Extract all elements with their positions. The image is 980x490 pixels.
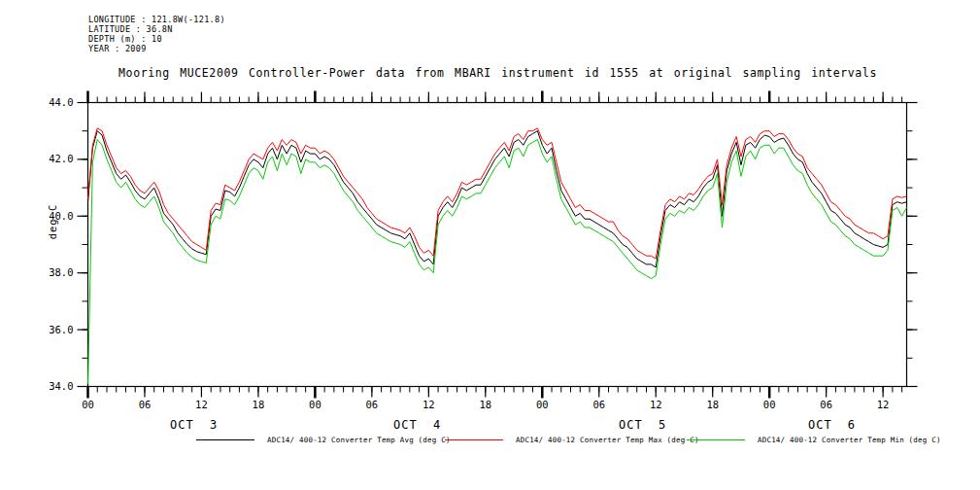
plot-frame	[88, 103, 907, 387]
plot-page: LONGITUDE : 121.8W(-121.8) LATITUDE : 36…	[0, 0, 980, 490]
x-tick-label: 00	[763, 399, 776, 410]
x-tick-label: 12	[650, 399, 662, 410]
x-tick-label: 18	[253, 399, 265, 410]
y-tick-label: 44.0	[49, 96, 73, 108]
x-date-label: OCT 4	[393, 418, 441, 432]
legend-line-swatch	[196, 439, 254, 440]
x-tick-label: 06	[820, 399, 832, 410]
legend-line-swatch	[445, 439, 503, 440]
x-date-label: OCT 6	[808, 418, 856, 432]
x-tick-label: 06	[139, 399, 152, 410]
x-tick-label: 18	[706, 399, 719, 410]
x-date-label: OCT 3	[170, 418, 218, 432]
series-line-min	[88, 140, 907, 384]
x-date-label: OCT 5	[619, 418, 666, 432]
legend-label: ADC14/ 400-12 Converter Temp Avg (deg C)	[267, 436, 451, 444]
x-tick-label: 00	[82, 399, 94, 410]
y-tick-label: 36.0	[49, 324, 73, 335]
x-tick-label: 00	[309, 399, 321, 410]
y-tick-label: 40.0	[49, 210, 73, 222]
x-tick-label: 06	[592, 399, 605, 410]
x-tick-label: 12	[195, 399, 208, 410]
y-tick-label: 34.0	[49, 380, 73, 392]
legend-line-swatch	[687, 439, 745, 440]
legend-item-max: ADC14/ 400-12 Converter Temp Max (deg C)	[445, 435, 699, 444]
legend-label: ADC14/ 400-12 Converter Temp Min (deg C)	[758, 436, 941, 444]
x-tick-label: 12	[877, 399, 890, 410]
legend-item-avg: ADC14/ 400-12 Converter Temp Avg (deg C)	[196, 435, 451, 444]
x-tick-label: 00	[536, 399, 549, 410]
y-tick-label: 42.0	[49, 153, 73, 164]
legend-item-min: ADC14/ 400-12 Converter Temp Min (deg C)	[687, 435, 941, 444]
y-tick-label: 38.0	[49, 266, 73, 278]
x-tick-label: 12	[422, 399, 435, 410]
x-tick-label: 06	[366, 399, 379, 410]
temperature-line-chart: 000612180006121800061218000612OCT 3OCT 4…	[0, 0, 980, 490]
legend-label: ADC14/ 400-12 Converter Temp Max (deg C)	[516, 436, 699, 444]
x-tick-label: 18	[479, 399, 491, 410]
